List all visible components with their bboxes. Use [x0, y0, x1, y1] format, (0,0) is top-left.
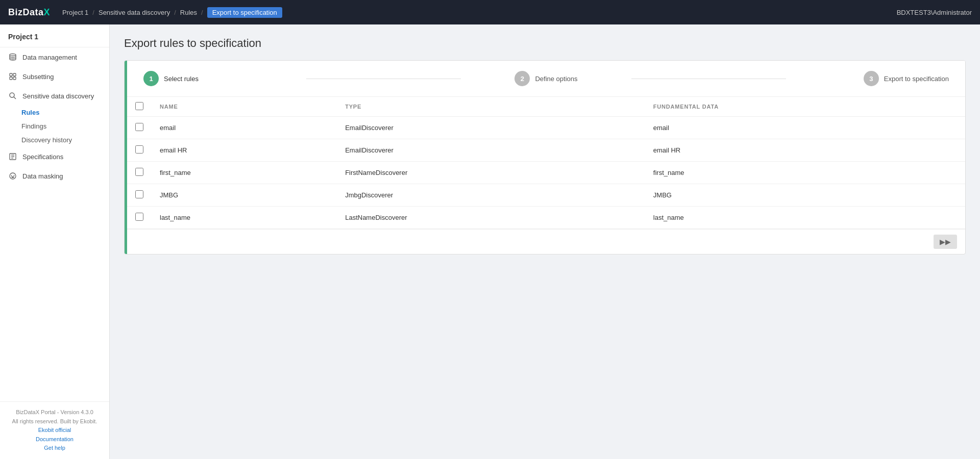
cell-fundamental-3: JMBG	[645, 184, 965, 207]
svg-rect-4	[13, 77, 16, 80]
step-3-label: Export to specification	[884, 75, 949, 83]
sidebar-label-subsetting: Subsetting	[22, 73, 54, 81]
breadcrumb-sep-2: /	[174, 9, 176, 16]
cell-checkbox-4	[127, 207, 152, 229]
svg-rect-1	[10, 73, 12, 76]
cell-fundamental-1: email HR	[645, 139, 965, 162]
layout: Project 1 Data management	[0, 24, 980, 459]
cell-name-4: last_name	[152, 207, 337, 229]
cell-name-0: email	[152, 117, 337, 139]
step-connector-1	[306, 79, 461, 79]
step-3-circle: 3	[864, 71, 879, 86]
sidebar-label-specifications: Specifications	[22, 153, 63, 161]
table-row: first_name FirstNameDiscoverer first_nam…	[127, 162, 965, 184]
mask-icon	[8, 171, 17, 181]
step-2-circle: 2	[514, 71, 530, 86]
cell-checkbox-1	[127, 139, 152, 162]
sidebar-item-specifications[interactable]: Specifications	[0, 147, 109, 166]
sidebar-project-title: Project 1	[0, 24, 109, 47]
sidebar-item-findings[interactable]: Findings	[0, 119, 109, 133]
sidebar-item-data-masking[interactable]: Data masking	[0, 166, 109, 186]
breadcrumb-sensitive[interactable]: Sensitive data discovery	[99, 9, 170, 16]
step-1-circle: 1	[143, 71, 159, 86]
svg-point-13	[14, 175, 15, 176]
table-header-row: NAME TYPE FUNDAMENTAL DATA	[127, 97, 965, 117]
table-row: email EmailDiscoverer email	[127, 117, 965, 139]
step-2-label: Define options	[535, 75, 577, 83]
row-checkbox-0[interactable]	[135, 123, 143, 131]
sidebar-label-rules: Rules	[21, 109, 39, 116]
table-row: JMBG JmbgDiscoverer JMBG	[127, 184, 965, 207]
user-info: BDXTEST3\Administrator	[897, 9, 972, 16]
breadcrumb-export[interactable]: Export to specification	[207, 7, 282, 18]
col-type-header: TYPE	[337, 97, 645, 117]
step-1: 1 Select rules	[143, 71, 298, 86]
sidebar-item-subsetting[interactable]: Subsetting	[0, 67, 109, 86]
sidebar-item-discovery-history[interactable]: Discovery history	[0, 133, 109, 147]
svg-rect-3	[10, 77, 12, 80]
sidebar-footer: BizDataX Portal - Version 4.3.0 All righ…	[0, 401, 109, 459]
breadcrumb: Project 1 / Sensitive data discovery / R…	[62, 7, 897, 18]
svg-point-0	[10, 54, 16, 56]
cell-type-2: FirstNameDiscoverer	[337, 162, 645, 184]
table-footer: ▶▶	[127, 229, 965, 254]
svg-point-12	[11, 175, 12, 176]
main-content: Export rules to specification 1 Select r…	[110, 24, 980, 459]
sidebar-label-data-management: Data management	[22, 54, 77, 61]
select-all-checkbox[interactable]	[135, 102, 143, 110]
footer-link-help[interactable]: Get help	[8, 444, 101, 453]
cell-type-0: EmailDiscoverer	[337, 117, 645, 139]
step-1-label: Select rules	[164, 75, 199, 83]
wizard-card: 1 Select rules 2 Define options	[124, 60, 966, 254]
table-row: email HR EmailDiscoverer email HR	[127, 139, 965, 162]
sidebar-label-data-masking: Data masking	[22, 172, 63, 180]
svg-point-5	[10, 93, 14, 97]
col-name-header: NAME	[152, 97, 337, 117]
logo[interactable]: BizDataX	[8, 7, 50, 18]
cell-type-3: JmbgDiscoverer	[337, 184, 645, 207]
breadcrumb-sep-1: /	[92, 9, 94, 16]
svg-point-11	[10, 173, 16, 179]
cell-fundamental-0: email	[645, 117, 965, 139]
database-icon	[8, 53, 17, 62]
sidebar-label-sensitive: Sensitive data discovery	[22, 92, 94, 100]
row-checkbox-3[interactable]	[135, 190, 143, 198]
book-icon	[8, 152, 17, 161]
svg-rect-2	[13, 73, 16, 76]
puzzle-icon	[8, 72, 17, 81]
footer-version: BizDataX Portal - Version 4.3.0	[8, 408, 101, 417]
sidebar-label-findings: Findings	[21, 122, 46, 130]
step-2: 2 Define options	[469, 71, 624, 86]
row-checkbox-2[interactable]	[135, 168, 143, 176]
sidebar-label-discovery-history: Discovery history	[21, 136, 72, 144]
row-checkbox-1[interactable]	[135, 145, 143, 154]
topnav: BizDataX Project 1 / Sensitive data disc…	[0, 0, 980, 24]
col-fundamental-header: FUNDAMENTAL DATA	[645, 97, 965, 117]
step-3: 3 Export to specification	[794, 71, 949, 86]
cell-checkbox-3	[127, 184, 152, 207]
sidebar-item-rules[interactable]: Rules	[0, 106, 109, 119]
step-connector-2	[631, 79, 786, 79]
breadcrumb-rules[interactable]: Rules	[180, 9, 197, 16]
cell-type-1: EmailDiscoverer	[337, 139, 645, 162]
sidebar-item-data-management[interactable]: Data management	[0, 47, 109, 67]
cell-checkbox-0	[127, 117, 152, 139]
next-button[interactable]: ▶▶	[934, 235, 957, 249]
table-row: last_name LastNameDiscoverer last_name	[127, 207, 965, 229]
cell-fundamental-4: last_name	[645, 207, 965, 229]
row-checkbox-4[interactable]	[135, 213, 143, 221]
footer-link-ekobit[interactable]: Ekobit official	[8, 426, 101, 435]
cell-checkbox-2	[127, 162, 152, 184]
col-checkbox	[127, 97, 152, 117]
cell-name-1: email HR	[152, 139, 337, 162]
breadcrumb-sep-3: /	[201, 9, 203, 16]
stepper: 1 Select rules 2 Define options	[127, 61, 965, 97]
cell-name-2: first_name	[152, 162, 337, 184]
logo-text: BizDataX	[8, 7, 50, 18]
breadcrumb-project[interactable]: Project 1	[62, 9, 88, 16]
sidebar-item-sensitive[interactable]: Sensitive data discovery	[0, 86, 109, 106]
cell-type-4: LastNameDiscoverer	[337, 207, 645, 229]
cell-name-3: JMBG	[152, 184, 337, 207]
search-icon	[8, 91, 17, 100]
footer-link-docs[interactable]: Documentation	[8, 435, 101, 444]
